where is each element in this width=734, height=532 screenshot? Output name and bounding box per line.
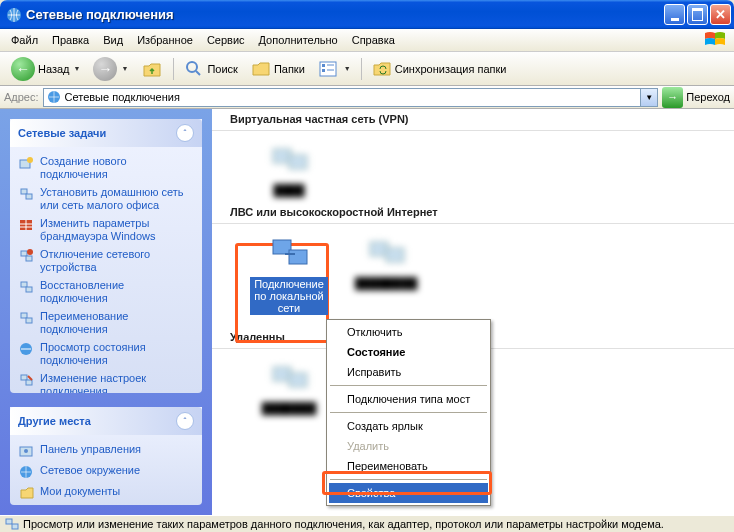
task-label: Переименование подключения (40, 310, 194, 336)
panel-title: Сетевые задачи (18, 127, 106, 139)
ctx-repair[interactable]: Исправить (329, 362, 488, 382)
go-label: Переход (686, 91, 730, 103)
connection-item[interactable]: ████████ (347, 234, 425, 289)
views-button[interactable]: ▼ (313, 56, 356, 82)
connection-status-icon (4, 516, 20, 532)
task-label: Изменение настроек подключения (40, 372, 194, 393)
close-button[interactable]: ✕ (710, 4, 731, 25)
ctx-separator (330, 412, 487, 413)
ctx-separator (330, 479, 487, 480)
task-rename[interactable]: Переименование подключения (18, 310, 194, 336)
titlebar: Сетевые подключения ✕ (0, 0, 734, 29)
place-label: Сетевое окружение (40, 464, 140, 477)
address-text: Сетевые подключения (65, 91, 180, 103)
place-network-places[interactable]: Сетевое окружение (18, 464, 194, 480)
maximize-button[interactable] (687, 4, 708, 25)
svg-rect-25 (21, 375, 27, 380)
place-my-documents[interactable]: Мои документы (18, 485, 194, 501)
panel-header[interactable]: Другие места ˆ (10, 407, 202, 435)
sync-folder-button[interactable]: Синхронизация папки (367, 56, 512, 82)
task-new-connection[interactable]: Создание нового подключения (18, 155, 194, 181)
connection-icon (364, 234, 408, 274)
menu-help[interactable]: Справка (345, 31, 402, 49)
ctx-properties[interactable]: Свойства (329, 483, 488, 503)
task-change-settings[interactable]: Изменение настроек подключения (18, 372, 194, 393)
connection-item[interactable]: ███████ (250, 359, 328, 414)
disable-icon (18, 248, 34, 264)
ctx-bridge[interactable]: Подключения типа мост (329, 389, 488, 409)
minimize-button[interactable] (664, 4, 685, 25)
settings-icon (18, 372, 34, 388)
panel-title: Другие места (18, 415, 91, 427)
task-status[interactable]: Просмотр состояния подключения (18, 341, 194, 367)
connection-icon (267, 359, 311, 399)
menu-view[interactable]: Вид (96, 31, 130, 49)
svg-rect-30 (273, 149, 291, 163)
place-control-panel[interactable]: Панель управления (18, 443, 194, 459)
folder-up-icon (141, 58, 163, 80)
menu-advanced[interactable]: Дополнительно (252, 31, 345, 49)
svg-rect-36 (386, 248, 404, 262)
section-header-vpn: Виртуальная частная сеть (VPN) (212, 109, 734, 128)
address-dropdown[interactable]: ▼ (641, 88, 658, 107)
task-home-network[interactable]: Установить домашнюю сеть или сеть малого… (18, 186, 194, 212)
connection-icon (267, 234, 311, 274)
task-label: Установить домашнюю сеть или сеть малого… (40, 186, 194, 212)
folders-icon (251, 59, 271, 79)
ctx-status[interactable]: Состояние (329, 342, 488, 362)
rename-icon (18, 310, 34, 326)
ctx-shortcut[interactable]: Создать ярлык (329, 416, 488, 436)
menu-favorites[interactable]: Избранное (130, 31, 200, 49)
go-button[interactable]: → (662, 87, 683, 108)
search-button[interactable]: Поиск (179, 56, 242, 82)
firewall-icon (18, 217, 34, 233)
search-icon (184, 59, 204, 79)
svg-point-28 (24, 449, 28, 453)
sidebar: Сетевые задачи ˆ Создание нового подключ… (0, 109, 212, 515)
home-network-icon (18, 186, 34, 202)
network-connections-icon (46, 89, 62, 105)
toolbar-separator (173, 58, 174, 80)
task-label: Восстановление подключения (40, 279, 194, 305)
svg-rect-35 (370, 242, 388, 256)
address-input[interactable]: Сетевые подключения (43, 88, 642, 107)
ctx-disconnect[interactable]: Отключить (329, 322, 488, 342)
addressbar: Адрес: Сетевые подключения ▼ → Переход (0, 86, 734, 109)
panel-header[interactable]: Сетевые задачи ˆ (10, 119, 202, 147)
main-view: Виртуальная частная сеть (VPN) ████ ЛВС … (212, 109, 734, 515)
place-label: Панель управления (40, 443, 141, 456)
svg-point-19 (27, 249, 33, 255)
back-button[interactable]: ← Назад ▼ (6, 54, 85, 84)
task-disable-device[interactable]: Отключение сетевого устройства (18, 248, 194, 274)
collapse-icon: ˆ (176, 124, 194, 142)
svg-rect-38 (289, 373, 307, 387)
task-repair[interactable]: Восстановление подключения (18, 279, 194, 305)
svg-point-10 (27, 157, 33, 163)
svg-rect-11 (21, 189, 27, 194)
section-header-lan: ЛВС или высокоскоростной Интернет (212, 202, 734, 221)
task-firewall[interactable]: Изменить параметры брандмауэра Windows (18, 217, 194, 243)
menu-edit[interactable]: Правка (45, 31, 96, 49)
svg-rect-39 (6, 519, 12, 524)
menu-file[interactable]: Файл (4, 31, 45, 49)
search-label: Поиск (207, 63, 237, 75)
svg-rect-26 (26, 380, 32, 385)
svg-rect-18 (26, 256, 32, 261)
menu-tools[interactable]: Сервис (200, 31, 252, 49)
forward-button[interactable]: → ▼ (88, 54, 133, 84)
svg-rect-31 (289, 155, 307, 169)
network-places-icon (18, 464, 34, 480)
chevron-down-icon: ▼ (344, 65, 351, 72)
content-area: Сетевые задачи ˆ Создание нового подключ… (0, 109, 734, 515)
task-label: Изменить параметры брандмауэра Windows (40, 217, 194, 243)
address-label: Адрес: (4, 91, 39, 103)
svg-rect-22 (21, 313, 27, 318)
up-button[interactable] (136, 55, 168, 83)
ctx-rename[interactable]: Переименовать (329, 456, 488, 476)
status-icon (18, 341, 34, 357)
connection-item[interactable]: ████ (250, 141, 328, 196)
folders-button[interactable]: Папки (246, 56, 310, 82)
svg-rect-21 (26, 287, 32, 292)
connection-item-lan[interactable]: Подключение по локальной сети (250, 234, 328, 315)
back-label: Назад (38, 63, 70, 75)
